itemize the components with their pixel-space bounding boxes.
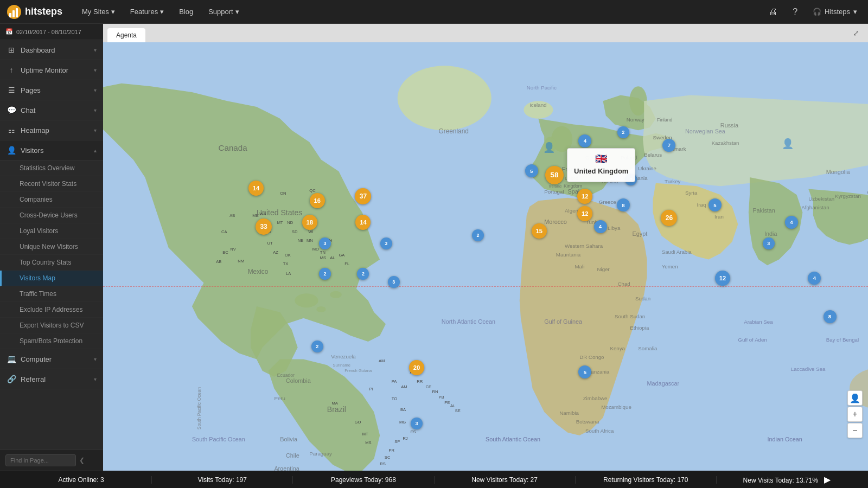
- nav-mysites[interactable]: My Sites ▾: [75, 4, 122, 19]
- svg-text:PE: PE: [444, 400, 450, 405]
- svg-text:Gulf of Guinea: Gulf of Guinea: [544, 318, 583, 325]
- svg-text:GA: GA: [339, 253, 345, 258]
- sidebar-subitem-cross-device[interactable]: Cross-Device Users: [0, 208, 103, 223]
- nav-features[interactable]: Features ▾: [124, 4, 170, 19]
- zoom-in-btn[interactable]: +: [847, 407, 863, 422]
- svg-text:Ukraine: Ukraine: [638, 165, 656, 171]
- find-toggle-btn[interactable]: ❮: [79, 457, 85, 464]
- date-selector[interactable]: 📅 02/10/2017 - 08/10/2017: [0, 24, 103, 40]
- heatmap-chevron: ▾: [94, 127, 97, 133]
- equator-line: [103, 286, 868, 287]
- heatmap-label: Heatmap: [21, 126, 49, 134]
- heatmap-icon: ⚏: [7, 126, 16, 134]
- svg-text:Colombia: Colombia: [286, 377, 311, 384]
- sidebar-subitem-exclude-ip[interactable]: Exclude IP Addresses: [0, 302, 103, 318]
- sidebar-subitem-top-country[interactable]: Top Country Stats: [0, 255, 103, 271]
- sidebar-item-uptime[interactable]: ↑ Uptime Monitor ▾: [0, 60, 103, 80]
- help-button[interactable]: ?: [788, 5, 802, 19]
- sidebar-item-referral[interactable]: 🔗 Referral ▾: [0, 369, 103, 389]
- svg-text:Mongolia: Mongolia: [826, 169, 851, 175]
- zoom-out-btn[interactable]: −: [847, 423, 863, 438]
- svg-text:Syria: Syria: [685, 190, 698, 196]
- mysites-chevron: ▾: [111, 8, 115, 16]
- svg-text:Namibia: Namibia: [559, 410, 579, 416]
- referral-icon: 🔗: [7, 375, 16, 383]
- svg-text:AP: AP: [410, 370, 415, 375]
- uptime-left: ↑ Uptime Monitor: [7, 66, 68, 74]
- chat-label: Chat: [21, 106, 35, 114]
- svg-text:Paraguay: Paraguay: [309, 451, 332, 457]
- svg-text:It: It: [589, 195, 592, 201]
- sidebar-subitem-unique[interactable]: Unique New Visitors: [0, 239, 103, 255]
- logo-area[interactable]: hitsteps: [7, 4, 62, 20]
- svg-point-5: [398, 66, 492, 130]
- svg-text:OH: OH: [326, 238, 332, 243]
- svg-text:LA: LA: [286, 271, 291, 276]
- expand-button[interactable]: ⤢: [848, 27, 864, 40]
- svg-text:CE: CE: [426, 384, 432, 389]
- svg-text:Argentina: Argentina: [274, 465, 299, 471]
- print-button[interactable]: 🖨: [764, 5, 782, 19]
- status-arrow[interactable]: ▶: [824, 475, 831, 484]
- svg-text:Mozambique: Mozambique: [601, 404, 631, 410]
- svg-text:Venezuela: Venezuela: [331, 354, 356, 359]
- pages-icon: ☰: [7, 86, 16, 94]
- svg-text:AB: AB: [216, 259, 221, 264]
- user-menu[interactable]: 🎧 Hitsteps ▾: [808, 5, 861, 18]
- svg-text:ON: ON: [280, 191, 286, 196]
- tab-agenta[interactable]: Agenta: [107, 28, 145, 42]
- sidebar-subitem-companies[interactable]: Companies: [0, 192, 103, 208]
- svg-text:Ireland: Ireland: [549, 184, 561, 189]
- svg-text:OR: OR: [259, 220, 266, 225]
- nav-links: My Sites ▾ Features ▾ Blog Support ▾: [75, 4, 764, 19]
- svg-text:South Sudan: South Sudan: [615, 313, 645, 319]
- svg-text:AM: AM: [379, 358, 385, 363]
- svg-text:MT: MT: [362, 432, 368, 436]
- svg-text:Kyrgyzstan: Kyrgyzstan: [835, 193, 861, 199]
- zoom-controls: 👤 + −: [847, 390, 863, 438]
- svg-text:South Pacific Ocean: South Pacific Ocean: [196, 387, 202, 429]
- pages-left: ☰ Pages: [7, 86, 41, 94]
- zoom-person-btn[interactable]: 👤: [847, 390, 863, 406]
- find-in-page-input[interactable]: [5, 454, 76, 466]
- sidebar-item-dashboard[interactable]: ⊞ Dashboard ▾: [0, 40, 103, 60]
- svg-text:Gulf of Aden: Gulf of Aden: [738, 337, 767, 343]
- sidebar-subitem-recent-visitor[interactable]: Recent Visitor Stats: [0, 176, 103, 192]
- nav-support[interactable]: Support ▾: [202, 4, 246, 19]
- svg-text:Iran: Iran: [714, 214, 724, 220]
- sidebar-subitem-visitors-map[interactable]: Visitors Map: [0, 271, 103, 286]
- nav-right: 🖨 ? 🎧 Hitsteps ▾: [764, 5, 861, 19]
- svg-text:Libya: Libya: [608, 225, 621, 231]
- svg-text:PB: PB: [438, 395, 444, 400]
- sidebar-item-chat[interactable]: 💬 Chat ▾: [0, 100, 103, 120]
- sidebar-item-pages[interactable]: ☰ Pages ▾: [0, 80, 103, 100]
- content-tabs: Agenta ⤢: [103, 24, 868, 42]
- heatmap-left: ⚏ Heatmap: [7, 126, 49, 134]
- sidebar: 📅 02/10/2017 - 08/10/2017 ⊞ Dashboard ▾ …: [0, 24, 103, 471]
- sidebar-subitem-loyal[interactable]: Loyal Visitors: [0, 223, 103, 239]
- sidebar-item-visitors[interactable]: 👤 Visitors ▴: [0, 140, 103, 160]
- svg-text:Mali: Mali: [575, 264, 584, 269]
- svg-text:South Pacific Ocean: South Pacific Ocean: [192, 436, 245, 442]
- sidebar-item-heatmap[interactable]: ⚏ Heatmap ▾: [0, 120, 103, 140]
- svg-text:Canada: Canada: [219, 143, 248, 152]
- svg-text:United: United: [565, 176, 578, 181]
- features-chevron: ▾: [160, 8, 164, 16]
- sidebar-subitem-export-csv[interactable]: Export Visitors to CSV: [0, 318, 103, 333]
- sidebar-subitem-spam[interactable]: Spam/Bots Protection: [0, 333, 103, 349]
- sidebar-subitem-statistics[interactable]: Statistics Overview: [0, 160, 103, 176]
- svg-text:NV: NV: [230, 247, 236, 252]
- svg-text:DR Congo: DR Congo: [579, 354, 604, 360]
- svg-text:TX: TX: [283, 261, 289, 266]
- sidebar-item-computer[interactable]: 💻 Computer ▾: [0, 349, 103, 369]
- svg-text:Brazil: Brazil: [327, 405, 346, 414]
- svg-text:MN: MN: [307, 238, 313, 243]
- svg-text:ID: ID: [267, 229, 271, 234]
- sidebar-subitem-traffic-times[interactable]: Traffic Times: [0, 286, 103, 302]
- visitors-left: 👤 Visitors: [7, 146, 43, 155]
- svg-text:SC: SC: [385, 455, 391, 460]
- nav-blog[interactable]: Blog: [173, 4, 200, 19]
- svg-rect-1: [9, 13, 11, 17]
- pages-chevron: ▾: [94, 87, 97, 93]
- svg-text:MO: MO: [312, 247, 319, 252]
